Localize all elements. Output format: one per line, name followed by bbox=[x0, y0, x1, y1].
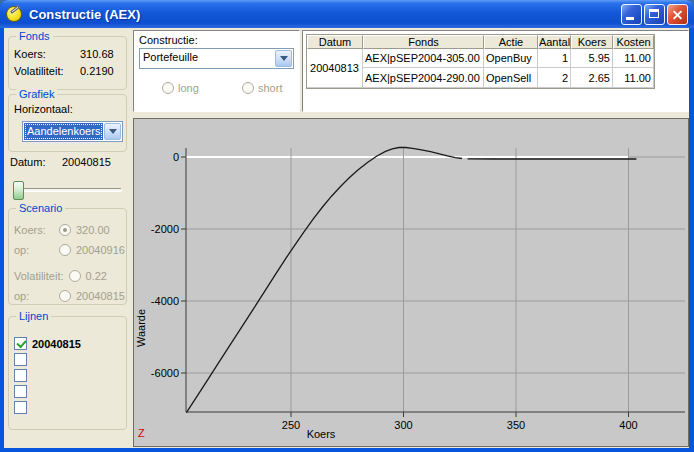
window-controls bbox=[621, 4, 688, 25]
svg-text:-6000: -6000 bbox=[151, 367, 179, 379]
col-header-kosten: Kosten bbox=[613, 35, 654, 49]
datum-value: 20040815 bbox=[62, 156, 111, 168]
scenario-group: Scenario Koers: 320.00 op: 20040916 Vola… bbox=[8, 208, 127, 305]
cell-koers[interactable]: 5.95 bbox=[571, 49, 613, 68]
lijnen-item bbox=[9, 369, 126, 382]
horizontaal-combobox[interactable]: Aandelenkoers bbox=[22, 121, 123, 142]
waarde-axis-label: Waarde bbox=[135, 274, 147, 382]
cell-kosten[interactable]: 11.00 bbox=[613, 68, 654, 88]
window: Constructie (AEX) Fonds Koers: 310.68 Vo… bbox=[0, 0, 694, 452]
grafiek-group-title: Grafiek bbox=[16, 88, 57, 100]
constructie-label: Constructie: bbox=[139, 34, 198, 46]
cell-actie[interactable]: OpenSell bbox=[484, 68, 538, 88]
cell-actie[interactable]: OpenBuy bbox=[484, 49, 538, 68]
combobox-value: Portefeuille bbox=[140, 49, 274, 68]
col-header-aantal: Aantal bbox=[538, 35, 571, 49]
chevron-down-icon bbox=[109, 129, 117, 134]
lijnen-item bbox=[9, 385, 126, 398]
zoom-indicator: Z bbox=[138, 427, 145, 439]
scenario-op2-label: op: bbox=[14, 290, 54, 302]
maximize-icon bbox=[649, 9, 659, 18]
cell-kosten[interactable]: 11.00 bbox=[613, 49, 654, 68]
long-radio-group: long bbox=[162, 82, 199, 94]
cell-datum[interactable]: 20040813 bbox=[307, 49, 363, 88]
cell-fonds[interactable]: AEX|pSEP2004-305.00 bbox=[363, 49, 484, 68]
cell-fonds[interactable]: AEX|pSEP2004-290.00 bbox=[363, 68, 484, 88]
scenario-koers-radio[interactable] bbox=[59, 224, 71, 236]
koers-axis-label: Koers bbox=[261, 428, 381, 440]
short-radio[interactable] bbox=[242, 82, 254, 94]
lijn-checkbox-3[interactable] bbox=[14, 385, 27, 398]
scenario-op1-label: op: bbox=[14, 244, 54, 256]
short-radio-label: short bbox=[258, 82, 282, 94]
scenario-op2-value: 20040815 bbox=[76, 290, 125, 302]
koers-label: Koers: bbox=[14, 48, 80, 60]
svg-text:-4000: -4000 bbox=[151, 295, 179, 307]
positions-table-panel: Datum Fonds Actie Aantal Koers Kosten 20… bbox=[302, 30, 689, 112]
constructie-panel: Constructie: Portefeuille long short bbox=[133, 30, 300, 112]
volatiliteit-value: 0.2190 bbox=[80, 65, 114, 77]
svg-text:-2000: -2000 bbox=[151, 223, 179, 235]
chart-panel: 0-2000-4000-6000250300350400 Waarde Koer… bbox=[133, 118, 689, 447]
sidebar: Fonds Koers: 310.68 Volatiliteit: 0.2190… bbox=[4, 28, 133, 448]
lijnen-item: 20040815 bbox=[9, 337, 126, 350]
scenario-vol-value: 0.22 bbox=[86, 270, 107, 282]
lijn-checkbox-0[interactable] bbox=[14, 337, 27, 350]
koers-value: 310.68 bbox=[80, 48, 114, 60]
scenario-row: op: 20040916 bbox=[9, 241, 126, 259]
slider-thumb[interactable] bbox=[13, 181, 24, 200]
lijnen-group: Lijnen 20040815 bbox=[8, 316, 127, 430]
scenario-op1-value: 20040916 bbox=[76, 244, 125, 256]
scenario-row: op: 20040815 bbox=[9, 287, 126, 305]
chevron-down-icon bbox=[280, 56, 288, 61]
short-radio-group: short bbox=[242, 82, 282, 94]
lijnen-item bbox=[9, 353, 126, 366]
titlebar: Constructie (AEX) bbox=[0, 0, 694, 28]
cell-koers[interactable]: 2.65 bbox=[571, 68, 613, 88]
combobox-dropdown-button[interactable] bbox=[104, 123, 121, 140]
scenario-op1-radio[interactable] bbox=[59, 244, 71, 256]
scenario-koers-label: Koers: bbox=[14, 224, 54, 236]
combobox-value: Aandelenkoers bbox=[24, 123, 103, 140]
long-radio[interactable] bbox=[162, 82, 174, 94]
col-header-fonds: Fonds bbox=[363, 35, 484, 49]
scenario-vol-radio[interactable] bbox=[69, 270, 81, 282]
pencil-circle-icon[interactable] bbox=[6, 5, 24, 23]
scenario-op2-radio[interactable] bbox=[59, 290, 71, 302]
chart-svg[interactable]: 0-2000-4000-6000250300350400 bbox=[134, 119, 688, 446]
volatiliteit-label: Volatiliteit: bbox=[14, 65, 80, 77]
scenario-row: Koers: 320.00 bbox=[9, 221, 126, 239]
client-area: Fonds Koers: 310.68 Volatiliteit: 0.2190… bbox=[4, 28, 689, 448]
col-header-actie: Actie bbox=[484, 35, 538, 49]
lijn-checkbox-2[interactable] bbox=[14, 369, 27, 382]
scenario-row: Volatiliteit: 0.22 bbox=[9, 267, 126, 285]
svg-text:300: 300 bbox=[394, 419, 412, 431]
lijnen-group-title: Lijnen bbox=[16, 310, 51, 322]
maximize-button[interactable] bbox=[644, 4, 665, 25]
cell-aantal[interactable]: 1 bbox=[538, 49, 571, 68]
constructie-combobox[interactable]: Portefeuille bbox=[139, 48, 294, 69]
long-radio-label: long bbox=[178, 82, 199, 94]
fonds-row: Volatiliteit: 0.2190 bbox=[9, 60, 126, 77]
slider-track[interactable] bbox=[14, 188, 122, 192]
col-header-koers: Koers bbox=[571, 35, 613, 49]
window-title: Constructie (AEX) bbox=[29, 7, 140, 22]
combobox-dropdown-button[interactable] bbox=[275, 50, 292, 67]
grafiek-group: Grafiek Horizontaal: Aandelenkoers bbox=[8, 94, 127, 152]
scenario-group-title: Scenario bbox=[16, 202, 65, 214]
svg-text:400: 400 bbox=[619, 419, 637, 431]
lijn-label-0: 20040815 bbox=[32, 338, 81, 350]
minimize-icon bbox=[626, 17, 634, 20]
cell-aantal[interactable]: 2 bbox=[538, 68, 571, 88]
lijnen-item bbox=[9, 401, 126, 414]
fonds-group-title: Fonds bbox=[16, 30, 53, 42]
positions-table: Datum Fonds Actie Aantal Koers Kosten 20… bbox=[306, 34, 655, 89]
close-button[interactable] bbox=[667, 4, 688, 25]
fonds-group: Fonds Koers: 310.68 Volatiliteit: 0.2190 bbox=[8, 36, 127, 90]
svg-text:0: 0 bbox=[173, 151, 179, 163]
scenario-koers-value: 320.00 bbox=[76, 224, 110, 236]
col-header-datum: Datum bbox=[307, 35, 363, 49]
lijn-checkbox-4[interactable] bbox=[14, 401, 27, 414]
lijn-checkbox-1[interactable] bbox=[14, 353, 27, 366]
minimize-button[interactable] bbox=[621, 4, 642, 25]
